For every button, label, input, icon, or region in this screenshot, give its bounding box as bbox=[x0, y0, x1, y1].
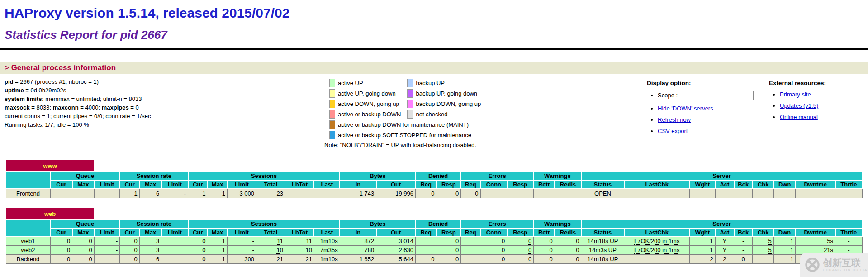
page-title: HAProxy version 1.5.14, released 2015/07… bbox=[5, 5, 868, 21]
external-resource-link[interactable]: Online manual bbox=[780, 114, 818, 120]
cell-bck: - bbox=[734, 237, 753, 246]
column-header-max: Max bbox=[208, 180, 227, 189]
cell-limit bbox=[161, 237, 188, 246]
cell-limit bbox=[161, 246, 188, 255]
cell-cur: 0 bbox=[188, 255, 208, 264]
cell-out: 5 644 bbox=[376, 255, 416, 264]
legend-label: backup UP bbox=[413, 79, 487, 87]
cell-cur: 1 bbox=[188, 189, 208, 198]
cell-cur: 0 bbox=[50, 255, 72, 264]
group-header-denied: Denied bbox=[415, 220, 460, 228]
cell-req bbox=[461, 237, 480, 246]
cell-out: 19 996 bbox=[376, 189, 416, 198]
cell-cur bbox=[50, 189, 72, 198]
column-header-redis: Redis bbox=[555, 180, 581, 189]
proxy-name-web[interactable]: web bbox=[44, 210, 56, 217]
external-resource-link[interactable]: Primary site bbox=[780, 91, 811, 98]
cell-cur: 0 bbox=[120, 246, 139, 255]
row-label: web1 bbox=[6, 237, 50, 246]
cell-limit: - bbox=[227, 246, 256, 255]
column-header-last: Last bbox=[314, 228, 340, 237]
legend-swatch bbox=[329, 89, 335, 98]
column-header-req: Req bbox=[461, 228, 480, 237]
cell-dwntme: 5s bbox=[796, 237, 835, 246]
cell-max: 3 bbox=[139, 237, 161, 246]
cell-max: 1 bbox=[208, 246, 227, 255]
cell-chk: 5 bbox=[753, 246, 773, 255]
watermark: 创新互联 CHUANG XIN HU LIAN bbox=[800, 253, 868, 277]
cell-limit: 300 bbox=[227, 255, 256, 264]
cell-req bbox=[461, 246, 480, 255]
cell-limit bbox=[94, 189, 120, 198]
cell-chk: 5 bbox=[753, 237, 773, 246]
legend-swatch bbox=[407, 100, 413, 108]
column-header-total: Total bbox=[256, 180, 285, 189]
group-header-session-rate: Session rate bbox=[120, 220, 188, 228]
column-header-limit: Limit bbox=[161, 180, 188, 189]
legend-label: not checked bbox=[413, 110, 487, 119]
column-header-limit: Limit bbox=[227, 228, 256, 237]
column-header-cur: Cur bbox=[120, 228, 139, 237]
cell-cur: 0 bbox=[188, 246, 208, 255]
cell-redis: 0 bbox=[555, 237, 581, 246]
tooltip-value: 1 bbox=[134, 190, 138, 197]
cell-max: 6 bbox=[139, 189, 161, 198]
column-header-req: Req bbox=[415, 228, 436, 237]
column-header-retr: Retr bbox=[534, 180, 555, 189]
tooltip-value: 6 bbox=[156, 190, 159, 197]
display-option-link[interactable]: Refresh now bbox=[658, 116, 691, 123]
cell-cur: 0 bbox=[120, 237, 139, 246]
cell-total: 11 bbox=[256, 237, 285, 246]
group-header-server: Server bbox=[581, 172, 862, 180]
tooltip-value: L7OK/200 in 1ms bbox=[634, 247, 679, 254]
column-header-bck: Bck bbox=[734, 180, 753, 189]
column-header-redis: Redis bbox=[555, 228, 581, 237]
cell-max: 6 bbox=[139, 255, 161, 264]
row-label: web2 bbox=[6, 246, 50, 255]
display-option-link[interactable]: CSV export bbox=[658, 128, 688, 134]
cell-lbtot: 11 bbox=[285, 237, 314, 246]
group-header-sessions: Sessions bbox=[188, 172, 340, 180]
proxy-name-www[interactable]: www bbox=[43, 162, 57, 169]
column-header-wght: Wght bbox=[690, 228, 716, 237]
cell-redis: 0 bbox=[555, 246, 581, 255]
legend-label: backup DOWN, going up bbox=[413, 100, 487, 108]
cell-retr bbox=[534, 189, 555, 198]
column-header-status: Status bbox=[581, 180, 624, 189]
cell-limit: - bbox=[227, 237, 256, 246]
external-resource-link[interactable]: Updates (v1.5) bbox=[780, 102, 818, 109]
column-header-bck: Bck bbox=[734, 228, 753, 237]
column-header-wght: Wght bbox=[690, 180, 716, 189]
cell-wght: 2 bbox=[690, 255, 716, 264]
display-option-link[interactable]: Hide 'DOWN' servers bbox=[658, 105, 713, 112]
group-header-queue: Queue bbox=[50, 172, 120, 180]
external-resources-list: Primary siteUpdates (v1.5)Online manual bbox=[769, 91, 868, 120]
cell-resp: 0 bbox=[507, 237, 534, 246]
column-header-dwn: Dwn bbox=[773, 228, 796, 237]
status-legend: active UPbackup UPactive UP, going downb… bbox=[323, 76, 521, 148]
stats-table-www: wwwQueueSession rateSessionsBytesDeniedE… bbox=[5, 160, 863, 198]
column-header-total: Total bbox=[256, 228, 285, 237]
legend-swatch bbox=[407, 110, 413, 119]
cell-chk bbox=[753, 189, 773, 198]
display-option-item: CSV export bbox=[658, 128, 769, 134]
column-header-cur: Cur bbox=[50, 228, 72, 237]
scope-input[interactable] bbox=[696, 91, 754, 100]
cell-status: 14m3s UP bbox=[581, 246, 624, 255]
column-header-retr: Retr bbox=[534, 228, 555, 237]
cell-req: 0 bbox=[415, 255, 436, 264]
legend-swatch bbox=[329, 131, 335, 139]
column-header-lastchk: LastChk bbox=[624, 180, 690, 189]
column-header-conn: Conn bbox=[480, 180, 507, 189]
group-header-server: Server bbox=[581, 220, 862, 228]
cell-status: 14m18s UP bbox=[581, 237, 624, 246]
group-header-queue: Queue bbox=[50, 220, 120, 228]
display-option-item: Refresh now bbox=[658, 116, 769, 123]
cell-resp: 0 bbox=[436, 255, 461, 264]
empty-header-filler bbox=[94, 208, 862, 220]
cell-lbtot bbox=[285, 189, 314, 198]
empty-header-filler bbox=[94, 160, 862, 172]
table-row-web1: web100-0301-11111m10s8723 0140000014m18s… bbox=[6, 237, 862, 246]
column-header-resp: Resp bbox=[436, 228, 461, 237]
column-header-resp: Resp bbox=[507, 228, 534, 237]
